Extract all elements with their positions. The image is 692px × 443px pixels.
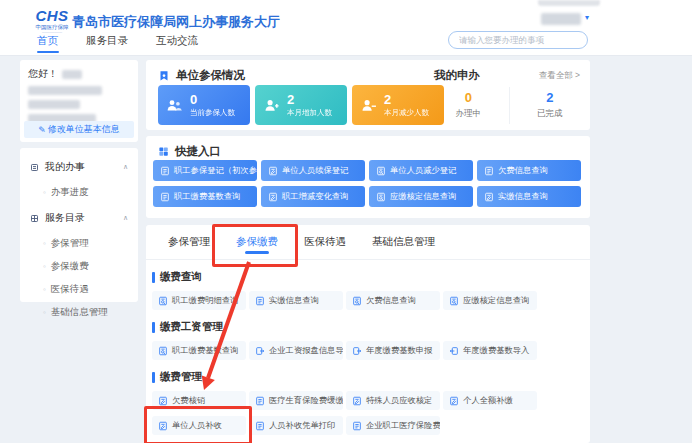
user-name-blurred [62, 70, 82, 79]
nav-tab-service-catalog[interactable]: 服务目录 [86, 34, 128, 54]
service-item[interactable]: 实缴信息查询 [249, 291, 343, 310]
search-input[interactable] [448, 31, 588, 49]
doc-list-icon [352, 421, 362, 431]
service-item[interactable]: 年度缴费基数申报 [346, 341, 440, 360]
quick-entry-button[interactable]: 职工缴费基数查询 [153, 186, 257, 207]
bullet-icon: ◦ [43, 239, 46, 248]
doc-edit-icon [158, 421, 168, 431]
quick-entry-button-label: 单位人员续保登记 [282, 165, 348, 176]
stat-card: 0当前参保人数 [158, 85, 250, 125]
apply-stat-办理中: 0办理中 [428, 87, 509, 124]
quick-entry-header: 快捷入口 [146, 136, 590, 159]
section-bar [152, 272, 155, 283]
quick-entry-button[interactable]: 职工参保登记（初次参保） [153, 160, 257, 181]
user-menu-caret-icon[interactable]: ▾ [585, 13, 589, 22]
quick-entry-button-label: 职工参保登记（初次参保） [174, 165, 257, 176]
doc-search-icon [158, 296, 168, 306]
stat-card: 2本月增加人数 [255, 85, 347, 125]
service-item[interactable]: 企业工资报盘信息导出 [249, 341, 343, 360]
service-item-grid: 职工缴费基数查询企业工资报盘信息导出年度缴费基数申报年度缴费基数导入 [152, 341, 584, 360]
service-item[interactable]: 人员补收凭单打印 [249, 416, 343, 435]
tab-basic-info-management[interactable]: 基础信息管理 [372, 225, 435, 259]
service-item[interactable]: 个人全额补缴 [443, 391, 537, 410]
service-item[interactable]: 医疗生育保险费缓缴... [249, 391, 343, 410]
chs-logo: CHS 中国医疗保障 ──────── [32, 8, 72, 35]
service-item-label: 年度缴费基数申报 [366, 345, 432, 356]
service-item[interactable]: 年度缴费基数导入 [443, 341, 537, 360]
service-item[interactable]: 欠费核销 [152, 391, 246, 410]
quick-entry-button[interactable]: 单位人员减少登记 [369, 160, 473, 181]
quick-entry-button-label: 职工缴费基数查询 [174, 191, 240, 202]
section-bar [152, 322, 155, 333]
sidebar-group-label: 我的办事 [45, 160, 85, 174]
stat-value: 2 [384, 92, 429, 108]
apply-stat-value: 0 [428, 90, 509, 105]
view-all-link[interactable]: 查看全部 > [539, 70, 580, 82]
person-remove-icon [360, 97, 377, 114]
service-item-label: 企业职工医疗保险费... [366, 420, 440, 431]
sidebar-item-label: 办事进度 [51, 186, 89, 199]
page-title: 青岛市医疗保障局网上办事服务大厅 [72, 13, 280, 31]
section-bar [152, 372, 155, 383]
doc-search-icon [352, 296, 362, 306]
nav-tab-interaction[interactable]: 互动交流 [156, 34, 198, 54]
section-title-text: 缴费查询 [160, 270, 202, 284]
doc-list-icon [255, 421, 265, 431]
quick-entry-button-label: 欠费信息查询 [498, 165, 548, 176]
quick-entry-button[interactable]: 欠费信息查询 [477, 160, 581, 181]
doc-edit-icon [268, 192, 278, 202]
sidebar-item-basic-info-management[interactable]: ◦基础信息管理 [20, 301, 138, 324]
service-item[interactable]: 应缴核定信息查询 [443, 291, 537, 310]
quick-entry-button[interactable]: 单位人员续保登记 [261, 160, 365, 181]
service-item[interactable]: 职工缴费明细查询 [152, 291, 246, 310]
apply-stat-value: 2 [510, 90, 591, 105]
service-item-label: 人员补收凭单打印 [269, 420, 335, 431]
sidebar-item-label: 基础信息管理 [51, 306, 108, 319]
browser-blur [538, 0, 600, 6]
sidebar-item-insurance-payment[interactable]: ◦参保缴费 [20, 255, 138, 278]
catalog-icon [30, 214, 39, 223]
quick-entry-button[interactable]: 应缴核定信息查询 [369, 186, 473, 207]
service-item[interactable]: 特殊人员应收核定 [346, 391, 440, 410]
quick-entry-button-label: 实缴信息查询 [498, 191, 548, 202]
overview-panel: 单位参保情况 0当前参保人数2本月增加人数2本月减少人数 我的申办 查看全部 >… [146, 60, 590, 130]
sidebar-item-label: 参保管理 [51, 237, 89, 250]
bookmark-star-icon [158, 70, 170, 82]
tab-insurance-payment[interactable]: 参保缴费 [236, 225, 278, 259]
tab-medical-benefits[interactable]: 医保待遇 [304, 225, 346, 259]
chs-logo-text: CHS [32, 8, 72, 23]
service-item[interactable]: 欠费信息查询 [346, 291, 440, 310]
quick-entry-button[interactable]: 职工增减变化查询 [261, 186, 365, 207]
doc-search-icon [449, 296, 459, 306]
menu-list-icon [30, 163, 39, 172]
sidebar-group-my-matters[interactable]: 我的办事∧ [20, 153, 138, 181]
sidebar-item-medical-benefits[interactable]: ◦医保待遇 [20, 278, 138, 301]
sidebar-item-progress[interactable]: ◦办事进度 [20, 181, 138, 204]
service-item[interactable]: 企业职工医疗保险费... [346, 416, 440, 435]
quick-entry-grid: 职工参保登记（初次参保）单位人员续保登记单位人员减少登记欠费信息查询职工缴费基数… [153, 160, 581, 207]
service-item[interactable]: 职工缴费基数查询 [152, 341, 246, 360]
tab-insurance-management[interactable]: 参保管理 [168, 225, 210, 259]
export-icon [352, 346, 362, 356]
quick-entry-button[interactable]: 实缴信息查询 [477, 186, 581, 207]
nav-tab-home[interactable]: 首页 [37, 34, 58, 54]
apply-stat-label: 已完成 [510, 108, 591, 120]
person-add-icon [263, 97, 280, 114]
sidebar-item-insurance-management[interactable]: ◦参保管理 [20, 232, 138, 255]
bullet-icon: ◦ [43, 188, 46, 197]
service-item-label: 企业工资报盘信息导出 [269, 345, 343, 356]
service-item-grid: 欠费核销医疗生育保险费缓缴...特殊人员应收核定个人全额补缴单位人员补收人员补收… [152, 391, 584, 435]
doc-edit-icon [352, 396, 362, 406]
doc-list-icon [255, 396, 265, 406]
pencil-icon: ✎ [38, 125, 46, 135]
doc-list-icon [160, 192, 170, 202]
doc-edit-icon [449, 396, 459, 406]
main-nav: 首页服务目录互动交流 [37, 34, 198, 54]
header: CHS 中国医疗保障 ──────── 青岛市医疗保障局网上办事服务大厅 首页服… [0, 0, 692, 55]
overview-title: 单位参保情况 [176, 68, 245, 83]
sidebar-group-service-catalog[interactable]: 服务目录∧ [20, 204, 138, 232]
stat-value: 0 [190, 92, 235, 108]
service-item[interactable]: 单位人员补收 [152, 416, 246, 435]
sidebar-item-label: 医保待遇 [51, 283, 89, 296]
edit-org-info-link[interactable]: ✎ 修改单位基本信息 [24, 121, 134, 138]
